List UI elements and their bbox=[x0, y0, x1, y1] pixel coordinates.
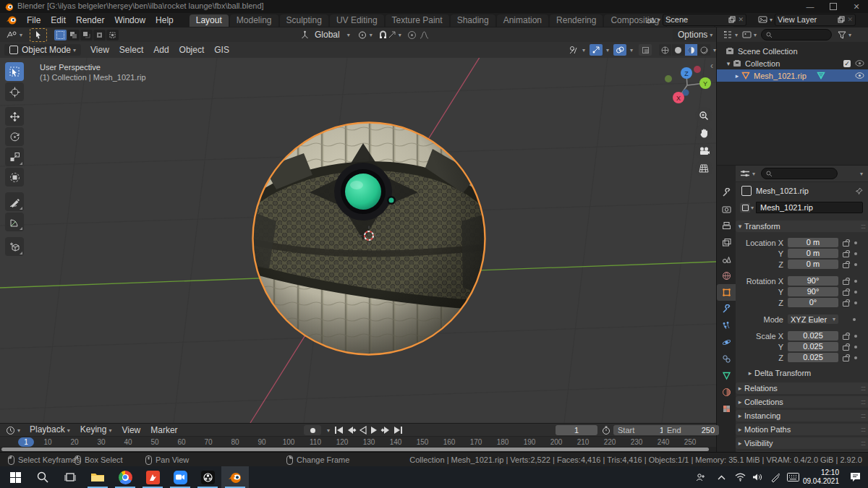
tab-modifiers[interactable] bbox=[717, 301, 736, 317]
taskbar-chrome[interactable] bbox=[111, 466, 139, 488]
tool-rotate[interactable] bbox=[5, 127, 24, 146]
lock-icon[interactable] bbox=[843, 263, 849, 268]
animate-dot[interactable] bbox=[854, 252, 857, 255]
animate-dot[interactable] bbox=[854, 280, 857, 283]
animate-dot[interactable] bbox=[854, 241, 857, 244]
viewport-3d[interactable]: User Perspective (1) Collection | Mesh_1… bbox=[0, 58, 716, 423]
menu-render[interactable]: Render bbox=[71, 14, 109, 27]
tray-people-icon[interactable] bbox=[691, 466, 711, 488]
unlink-scene-icon[interactable]: ✕ bbox=[738, 16, 744, 23]
tab-texture[interactable] bbox=[717, 401, 736, 417]
tab-scene[interactable] bbox=[717, 251, 736, 267]
tool-measure[interactable] bbox=[5, 213, 24, 231]
next-keyframe-button[interactable] bbox=[380, 426, 391, 435]
tray-volume-icon[interactable] bbox=[749, 466, 766, 488]
scale-z-field[interactable]: 0.025 bbox=[788, 353, 838, 362]
tab-constraints[interactable] bbox=[717, 351, 736, 367]
xray-toggle[interactable] bbox=[639, 44, 652, 56]
show-overlays-toggle[interactable] bbox=[613, 44, 626, 56]
gizmo-axis-x-negative[interactable] bbox=[694, 66, 701, 73]
visibility-panel-header[interactable]: ▸Visibility:::: bbox=[736, 437, 868, 449]
lock-icon[interactable] bbox=[843, 335, 849, 340]
select-mode-box[interactable] bbox=[67, 30, 80, 40]
active-tool-button[interactable] bbox=[30, 28, 47, 42]
animate-dot[interactable] bbox=[853, 318, 856, 321]
playhead-current-frame[interactable]: 1 bbox=[18, 437, 34, 447]
viewport-menu-view[interactable]: View bbox=[85, 43, 114, 57]
tool-scale[interactable] bbox=[5, 147, 24, 166]
workspace-tab-modeling[interactable]: Modeling bbox=[230, 14, 278, 27]
filter-funnel-icon[interactable] bbox=[838, 31, 846, 39]
tray-hidden-icons-chevron[interactable] bbox=[712, 466, 730, 488]
scale-y-field[interactable]: 0.025 bbox=[788, 342, 838, 351]
prev-keyframe-button[interactable] bbox=[346, 426, 357, 435]
delta-transform-row[interactable]: ▸ Delta Transform bbox=[736, 369, 868, 377]
transform-panel-header[interactable]: ▾ Transform :::: bbox=[736, 221, 868, 232]
lock-icon[interactable] bbox=[843, 280, 849, 285]
outliner-display-mode-icon[interactable] bbox=[723, 30, 733, 39]
frame-end-field[interactable]: End250 bbox=[663, 425, 719, 435]
tool-annotate[interactable] bbox=[5, 192, 24, 211]
play-reverse-button[interactable] bbox=[359, 426, 367, 435]
tray-touch-keyboard-icon[interactable] bbox=[783, 466, 802, 488]
menu-help[interactable]: Help bbox=[150, 14, 179, 27]
workspace-tab-sculpting[interactable]: Sculpting bbox=[280, 14, 328, 27]
animate-dot[interactable] bbox=[854, 335, 857, 338]
workspace-tab-layout[interactable]: Layout bbox=[190, 14, 229, 27]
tab-view-layer[interactable] bbox=[717, 234, 736, 251]
collection-exclude-checkbox[interactable]: ✓ bbox=[843, 60, 851, 67]
copy-view-layer-icon[interactable] bbox=[838, 16, 845, 23]
lock-icon[interactable] bbox=[843, 356, 849, 361]
rotation-mode-select[interactable]: XYZ Euler▾ bbox=[788, 314, 838, 324]
navigation-gizmo[interactable]: Z Y X bbox=[660, 64, 715, 110]
animate-dot[interactable] bbox=[854, 263, 857, 266]
timeline-ruler[interactable]: 1 10 20 30 40 50 60 70 80 90 100 110 120… bbox=[0, 436, 716, 448]
viewport-menu-gis[interactable]: GIS bbox=[209, 43, 234, 57]
menu-file[interactable]: File bbox=[22, 14, 46, 27]
scale-x-field[interactable]: 0.025 bbox=[788, 331, 838, 341]
animate-dot[interactable] bbox=[854, 356, 857, 359]
gizmo-axis-z[interactable]: Z bbox=[681, 67, 692, 79]
minimize-button[interactable]: — bbox=[804, 1, 816, 12]
zoom-button[interactable] bbox=[695, 107, 712, 124]
jump-to-start-button[interactable] bbox=[334, 426, 344, 435]
shading-rendered-button[interactable] bbox=[698, 44, 710, 56]
jump-to-end-button[interactable] bbox=[393, 426, 403, 435]
auto-keyframe-button[interactable] bbox=[304, 425, 321, 435]
remove-view-layer-icon[interactable]: ✕ bbox=[847, 16, 853, 23]
lock-icon[interactable] bbox=[843, 241, 849, 247]
pivot-point-dropdown[interactable]: ▾ bbox=[357, 30, 373, 40]
copy-scene-icon[interactable] bbox=[728, 16, 736, 23]
shading-solid-button[interactable] bbox=[672, 44, 684, 56]
workspace-tab-texture-paint[interactable]: Texture Paint bbox=[386, 14, 449, 27]
collection-expand-icon[interactable]: ▾ bbox=[724, 60, 733, 67]
tab-world[interactable] bbox=[717, 267, 736, 284]
tool-select-box[interactable] bbox=[5, 62, 24, 81]
play-button[interactable] bbox=[370, 426, 378, 435]
motion-paths-panel-header[interactable]: ▸Motion Paths:::: bbox=[736, 424, 868, 435]
outliner-row-scene-collection[interactable]: Scene Collection bbox=[717, 45, 868, 57]
tab-render[interactable] bbox=[717, 201, 736, 218]
select-mode-tweak[interactable] bbox=[54, 30, 67, 40]
timeline-menu-playback[interactable]: Playback▾ bbox=[25, 423, 75, 437]
viewport-menu-select[interactable]: Select bbox=[114, 43, 148, 57]
object-id-icon[interactable] bbox=[740, 203, 750, 213]
snap-dropdown[interactable]: ▾ bbox=[378, 30, 401, 40]
editor-type-icon[interactable] bbox=[6, 30, 17, 40]
lock-icon[interactable] bbox=[843, 346, 849, 351]
tool-cursor[interactable] bbox=[5, 82, 24, 101]
panel-grip[interactable]: :::: bbox=[861, 223, 865, 230]
location-z-field[interactable]: 0 m bbox=[788, 260, 838, 269]
object-type-visibility-icon[interactable] bbox=[569, 46, 579, 55]
object-visibility-eye-icon[interactable] bbox=[855, 72, 864, 79]
viewport-menu-object[interactable]: Object bbox=[174, 43, 210, 57]
gizmo-axis-y-negative[interactable] bbox=[665, 75, 672, 82]
animate-dot[interactable] bbox=[854, 301, 857, 304]
tab-physics[interactable] bbox=[717, 334, 736, 351]
timeline-menu-view[interactable]: View bbox=[116, 424, 145, 437]
toggle-perspective-button[interactable] bbox=[695, 160, 712, 177]
start-button[interactable] bbox=[1, 466, 29, 488]
current-frame-field[interactable]: 1 bbox=[556, 425, 597, 435]
menu-window[interactable]: Window bbox=[109, 14, 150, 27]
tab-output[interactable] bbox=[717, 218, 736, 234]
